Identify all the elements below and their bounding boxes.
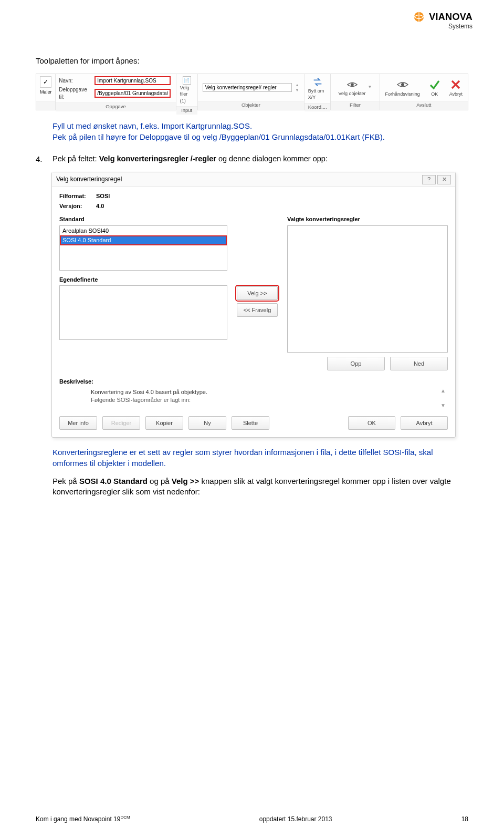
velg-button[interactable]: Velg >> [237, 286, 278, 300]
deloppgave-input[interactable] [94, 89, 171, 98]
logo-subtext: Systems [413, 22, 472, 30]
slette-button[interactable]: Slette [232, 416, 269, 430]
instruction-para-2: Konverteringsreglene er et sett av regle… [52, 447, 468, 497]
valgte-listbox[interactable] [287, 225, 448, 353]
intro-text: Toolpaletten for import åpnes: [36, 56, 468, 66]
navn-label: Navn: [59, 77, 92, 85]
objekter-panel-label: Objekter [198, 101, 304, 110]
checkmark-icon [428, 78, 441, 91]
dialog-title: Velg konverteringsregel [56, 175, 122, 183]
dialog-ok-button[interactable]: OK [348, 416, 395, 430]
list-item[interactable]: Arealplan SOSI40 [60, 226, 227, 236]
dialog-avbryt-button[interactable]: Avbryt [401, 416, 448, 430]
eye-icon [346, 79, 358, 90]
close-button[interactable]: ✕ [437, 175, 451, 184]
avslutt-panel-label: Avslutt [380, 101, 468, 110]
footer-left: Kom i gang med Novapoint 19DCM [36, 815, 130, 823]
filformat-key: Filformat: [59, 192, 93, 200]
step-4-text: Pek på feltet: Velg konverteringsregler … [52, 154, 328, 164]
fravelg-button[interactable]: << Fravelg [237, 303, 278, 317]
chevron-down-icon[interactable]: ▼ [295, 88, 299, 92]
filformat-value: SOSI [96, 192, 110, 200]
file-icon: 📄 [183, 76, 191, 85]
filter-panel-label: Filter [331, 101, 379, 110]
toolbar: ✓ Maler Navn: Deloppgave til: Oppgave 📄 [36, 74, 468, 110]
close-icon [449, 78, 462, 91]
list-item-selected[interactable]: SOSI 4.0 Standard [60, 235, 227, 245]
bytt-xy-button[interactable]: Bytt om X/Y [308, 76, 327, 100]
preview-button[interactable]: Forhåndsvisning [383, 78, 422, 97]
versjon-value: 4.0 [96, 202, 104, 210]
brand-logo: VIANOVA Systems [413, 11, 472, 30]
ok-button[interactable]: OK [426, 78, 443, 97]
help-button[interactable]: ? [422, 175, 436, 184]
konverteringsregel-field[interactable] [203, 83, 292, 92]
beskrivelse-line2: Følgende SOSI-fagområder er lagt inn: [91, 396, 440, 404]
svg-point-1 [351, 83, 354, 86]
koord-panel-label: Koord.... [304, 103, 330, 112]
chevron-up-icon[interactable]: ▲ [295, 82, 299, 87]
standard-listbox[interactable]: Arealplan SOSI40 SOSI 4.0 Standard [59, 225, 227, 271]
beskrivelse-heading: Beskrivelse: [59, 378, 448, 386]
page-number: 18 [461, 815, 468, 823]
logo-text: VIANOVA [429, 12, 472, 22]
opp-button[interactable]: Opp [327, 357, 385, 370]
konverteringsregel-dialog: Velg konverteringsregel ? ✕ Filformat: S… [51, 172, 456, 438]
input-panel-label: Input [176, 106, 197, 115]
scrollbar[interactable]: ▲▼ [440, 387, 448, 409]
ny-button[interactable]: Ny [188, 416, 226, 430]
maler-label: Maler [40, 89, 52, 95]
eye-icon [396, 78, 409, 91]
swap-icon [312, 76, 323, 88]
oppgave-panel-label: Oppgave [56, 102, 175, 111]
globe-icon [413, 12, 427, 20]
instruction-para-1: Fyll ut med ønsket navn, f.eks. Import K… [52, 121, 468, 142]
velg-objekter-button[interactable]: Velg objekter [338, 79, 365, 97]
chevron-down-icon[interactable]: ▼ [368, 85, 372, 90]
beskrivelse-line1: Konvertering av Sosi 4.0 basert på objek… [91, 388, 440, 396]
rediger-button[interactable]: Rediger [102, 416, 140, 430]
standard-heading: Standard [59, 215, 227, 223]
navn-input[interactable] [94, 76, 171, 85]
footer-date: oppdatert 15.februar 2013 [259, 815, 332, 823]
valgte-heading: Valgte konverteringsregler [287, 215, 448, 223]
velg-filer-button[interactable]: 📄 Velg filer (1) [180, 76, 194, 104]
avbryt-button[interactable]: Avbryt [447, 78, 465, 97]
egendefinerte-heading: Egendefinerte [59, 276, 227, 284]
ned-button[interactable]: Ned [390, 357, 448, 370]
checkbox-icon[interactable]: ✓ [40, 76, 51, 88]
merinfo-button[interactable]: Mer info [59, 416, 97, 430]
egendefinerte-listbox[interactable] [59, 285, 227, 340]
step-number: 4. [36, 154, 43, 164]
versjon-key: Versjon: [59, 202, 93, 210]
kopier-button[interactable]: Kopier [145, 416, 183, 430]
svg-point-2 [401, 83, 404, 86]
deloppgave-label: Deloppgave til: [59, 86, 92, 100]
page-footer: Kom i gang med Novapoint 19DCM oppdatert… [36, 815, 468, 823]
